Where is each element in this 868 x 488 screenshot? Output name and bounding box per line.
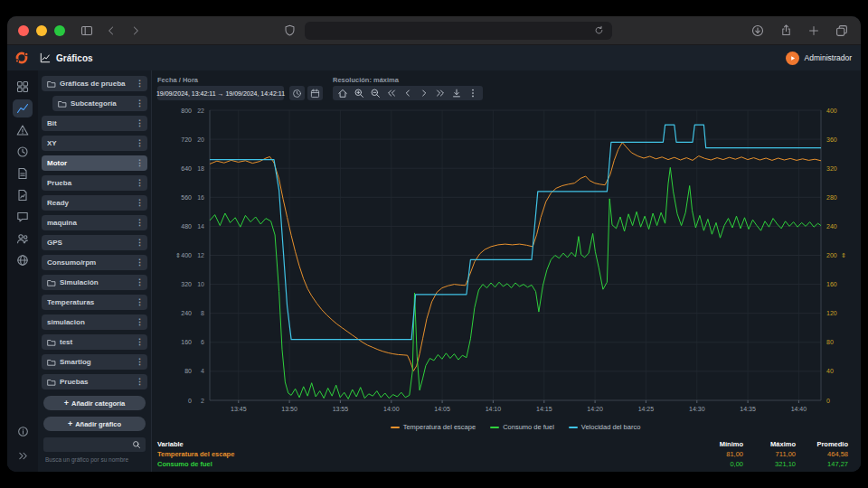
zoom-in-button[interactable] (352, 87, 366, 99)
rail-item-warning[interactable] (13, 121, 33, 139)
share-button[interactable] (778, 23, 794, 39)
sidebar-actions: + Añadir categoría + Añadir gráfico Busc… (43, 396, 146, 463)
datetime-range-button[interactable]: 19/09/2024, 13:42:11 → 19/09/2024, 14:42… (157, 86, 284, 100)
screen: Gráficos Administrador Gráficas de prueb… (0, 0, 868, 488)
rail-item-file-chart[interactable] (13, 186, 33, 204)
stats-rows: Temperatura del escape81,00711,00464,58C… (157, 449, 848, 469)
file-doc-icon (16, 167, 29, 180)
legend-item[interactable]: Temperatura del escape (391, 423, 476, 431)
sidebar-item[interactable]: test⋮ (42, 334, 147, 350)
download-button[interactable] (449, 87, 464, 99)
rail-item-globe[interactable] (13, 251, 33, 269)
users-icon (16, 232, 29, 245)
sidebar-item[interactable]: Smartlog⋮ (42, 354, 147, 370)
rail-item-chevrons-right[interactable] (13, 446, 33, 465)
chart-area[interactable]: 0208044016068024081203201016040012200480… (152, 103, 861, 421)
file-chart-icon (16, 189, 29, 202)
sidebar-item[interactable]: Ready⋮ (42, 195, 147, 211)
rail-item-info[interactable] (13, 422, 33, 440)
share-icon (780, 24, 792, 36)
svg-text:12: 12 (197, 252, 204, 258)
rail-item-file-doc[interactable] (13, 164, 33, 183)
legend-item[interactable]: Consumo de fuel (490, 423, 554, 431)
sidebar-toggle-button[interactable] (79, 23, 95, 39)
item-menu-icon[interactable]: ⋮ (136, 159, 144, 167)
svg-text:240: 240 (181, 310, 192, 316)
forward-button[interactable] (127, 23, 144, 39)
folder-icon (47, 358, 56, 367)
sidebar-item[interactable]: GPS⋮ (42, 235, 147, 250)
sidebar-item[interactable]: Prueba⋮ (42, 175, 147, 191)
close-window-button[interactable] (18, 25, 29, 36)
add-category-button[interactable]: + Añadir categoría (43, 396, 146, 410)
item-menu-icon[interactable]: ⋮ (136, 219, 144, 227)
home-button[interactable] (335, 87, 350, 99)
item-menu-icon[interactable]: ⋮ (136, 378, 144, 386)
sidebar-item[interactable]: XY⋮ (42, 136, 147, 151)
rail-item-users[interactable] (13, 230, 33, 248)
menu-kebab-button[interactable] (466, 87, 480, 99)
calendar-picker-button[interactable] (307, 86, 323, 100)
zoom-out-button[interactable] (368, 87, 382, 99)
folder-icon (47, 80, 56, 89)
legend-item[interactable]: Velocidad del barco (569, 423, 640, 431)
add-chart-button[interactable]: + Añadir gráfico (43, 417, 146, 431)
legend-marker (391, 427, 400, 428)
item-menu-icon[interactable]: ⋮ (136, 278, 144, 286)
item-menu-icon[interactable]: ⋮ (136, 338, 144, 346)
sidebar-item-label: Ready (47, 199, 132, 207)
skip-end-button[interactable] (433, 87, 448, 99)
item-menu-icon[interactable]: ⋮ (136, 258, 144, 267)
sidebar-item[interactable]: Consumo/rpm⋮ (42, 255, 147, 270)
user-menu[interactable]: Administrador (786, 52, 852, 65)
sidebar-item-label: Bit (47, 119, 132, 127)
chevron-right-icon (130, 25, 141, 36)
svg-text:40: 40 (826, 368, 834, 374)
stats-row: Temperatura del escape81,00711,00464,58 (157, 449, 848, 459)
item-menu-icon[interactable]: ⋮ (136, 99, 144, 108)
item-menu-icon[interactable]: ⋮ (136, 80, 144, 88)
step-forward-button[interactable] (417, 87, 431, 99)
downloads-button[interactable] (750, 23, 766, 39)
rail-item-chat[interactable] (13, 208, 33, 226)
item-menu-icon[interactable]: ⋮ (136, 298, 144, 306)
skip-start-button[interactable] (384, 87, 399, 99)
right-axis-handle-icon: ⇕ (841, 252, 846, 258)
item-menu-icon[interactable]: ⋮ (136, 318, 144, 326)
sidebar-item[interactable]: maquina⋮ (42, 215, 147, 230)
sidebar-item[interactable]: Simulación⋮ (42, 275, 147, 290)
rail-item-apps-grid[interactable] (13, 78, 33, 96)
search-input[interactable] (48, 440, 132, 450)
sidebar-item[interactable]: Pruebas⋮ (42, 374, 147, 389)
sidebar-item[interactable]: simulacion⋮ (42, 314, 147, 330)
minimize-window-button[interactable] (36, 25, 47, 36)
tab-overview-button[interactable] (834, 23, 850, 39)
sidebar-item[interactable]: Motor⋮ (42, 155, 147, 171)
svg-text:0: 0 (826, 398, 830, 404)
page-title-group: Gráficos (40, 52, 93, 63)
step-back-button[interactable] (401, 87, 415, 99)
rail-item-chart-line[interactable] (13, 99, 33, 117)
svg-text:280: 280 (826, 194, 837, 201)
shield-icon (284, 24, 296, 36)
item-menu-icon[interactable]: ⋮ (136, 199, 144, 207)
sidebar-item[interactable]: Subcategoría⋮ (52, 96, 147, 111)
sidebar-item[interactable]: Bit⋮ (42, 116, 147, 131)
time-picker-button[interactable] (289, 86, 305, 100)
sidebar-item[interactable]: Temperaturas⋮ (42, 295, 147, 310)
search-icon[interactable] (132, 440, 141, 449)
svg-text:0: 0 (188, 398, 192, 404)
sidebar-item[interactable]: Gráficas de prueba⋮ (42, 76, 147, 91)
address-bar[interactable] (305, 22, 612, 40)
privacy-shield-icon[interactable] (281, 23, 297, 39)
reload-button[interactable] (590, 23, 607, 39)
item-menu-icon[interactable]: ⋮ (136, 358, 144, 366)
rail-item-history-clock[interactable] (13, 143, 33, 161)
item-menu-icon[interactable]: ⋮ (136, 119, 144, 127)
new-tab-button[interactable] (806, 23, 822, 39)
back-button[interactable] (103, 23, 119, 39)
zoom-window-button[interactable] (54, 25, 65, 36)
item-menu-icon[interactable]: ⋮ (136, 179, 144, 187)
item-menu-icon[interactable]: ⋮ (136, 239, 144, 247)
item-menu-icon[interactable]: ⋮ (136, 139, 144, 147)
